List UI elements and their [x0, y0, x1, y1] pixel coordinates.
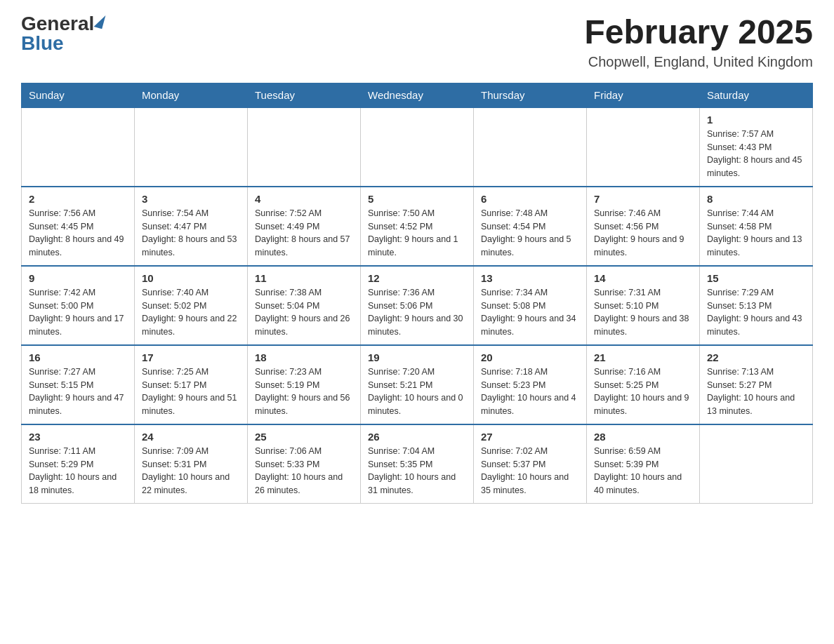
day-number: 3	[142, 193, 240, 205]
day-info: Sunrise: 7:36 AMSunset: 5:06 PMDaylight:…	[368, 286, 466, 339]
day-number: 9	[29, 272, 127, 284]
day-number: 2	[29, 193, 127, 205]
logo: General Blue	[21, 14, 104, 53]
calendar-cell: 27Sunrise: 7:02 AMSunset: 5:37 PMDayligh…	[474, 424, 587, 504]
calendar-table: SundayMondayTuesdayWednesdayThursdayFrid…	[21, 83, 813, 504]
calendar-cell: 24Sunrise: 7:09 AMSunset: 5:31 PMDayligh…	[135, 424, 248, 504]
calendar-cell: 13Sunrise: 7:34 AMSunset: 5:08 PMDayligh…	[474, 266, 587, 345]
day-number: 15	[707, 272, 805, 284]
day-number: 17	[142, 351, 240, 363]
day-info: Sunrise: 7:25 AMSunset: 5:17 PMDaylight:…	[142, 365, 240, 418]
day-info: Sunrise: 7:16 AMSunset: 5:25 PMDaylight:…	[594, 365, 692, 418]
calendar-cell	[700, 424, 813, 504]
day-info: Sunrise: 7:52 AMSunset: 4:49 PMDaylight:…	[255, 207, 353, 260]
calendar-cell: 17Sunrise: 7:25 AMSunset: 5:17 PMDayligh…	[135, 345, 248, 424]
calendar-cell: 23Sunrise: 7:11 AMSunset: 5:29 PMDayligh…	[22, 424, 135, 504]
day-info: Sunrise: 7:38 AMSunset: 5:04 PMDaylight:…	[255, 286, 353, 339]
calendar-cell	[248, 107, 361, 187]
day-info: Sunrise: 7:42 AMSunset: 5:00 PMDaylight:…	[29, 286, 127, 339]
day-info: Sunrise: 7:09 AMSunset: 5:31 PMDaylight:…	[142, 445, 240, 497]
title-block: February 2025 Chopwell, England, United …	[584, 14, 813, 70]
days-of-week-row: SundayMondayTuesdayWednesdayThursdayFrid…	[22, 83, 813, 107]
calendar-cell: 8Sunrise: 7:44 AMSunset: 4:58 PMDaylight…	[700, 187, 813, 266]
day-info: Sunrise: 7:57 AMSunset: 4:43 PMDaylight:…	[707, 128, 805, 180]
day-number: 8	[707, 193, 805, 205]
day-number: 11	[255, 272, 353, 284]
calendar-cell: 28Sunrise: 6:59 AMSunset: 5:39 PMDayligh…	[587, 424, 700, 504]
day-number: 12	[368, 272, 466, 284]
calendar-cell: 4Sunrise: 7:52 AMSunset: 4:49 PMDaylight…	[248, 187, 361, 266]
day-number: 18	[255, 351, 353, 363]
calendar-week-3: 9Sunrise: 7:42 AMSunset: 5:00 PMDaylight…	[22, 266, 813, 345]
calendar-header: SundayMondayTuesdayWednesdayThursdayFrid…	[22, 83, 813, 107]
day-info: Sunrise: 7:46 AMSunset: 4:56 PMDaylight:…	[594, 207, 692, 260]
day-info: Sunrise: 7:29 AMSunset: 5:13 PMDaylight:…	[707, 286, 805, 339]
day-number: 5	[368, 193, 466, 205]
day-number: 16	[29, 351, 127, 363]
calendar-cell	[22, 107, 135, 187]
calendar-cell: 7Sunrise: 7:46 AMSunset: 4:56 PMDaylight…	[587, 187, 700, 266]
calendar-cell: 9Sunrise: 7:42 AMSunset: 5:00 PMDaylight…	[22, 266, 135, 345]
day-info: Sunrise: 7:56 AMSunset: 4:45 PMDaylight:…	[29, 207, 127, 260]
day-of-week-tuesday: Tuesday	[248, 83, 361, 107]
day-number: 7	[594, 193, 692, 205]
calendar-cell: 21Sunrise: 7:16 AMSunset: 5:25 PMDayligh…	[587, 345, 700, 424]
day-number: 20	[481, 351, 579, 363]
day-info: Sunrise: 7:13 AMSunset: 5:27 PMDaylight:…	[707, 365, 805, 418]
day-number: 26	[368, 431, 466, 443]
calendar-cell	[587, 107, 700, 187]
calendar-cell	[135, 107, 248, 187]
day-info: Sunrise: 7:27 AMSunset: 5:15 PMDaylight:…	[29, 365, 127, 418]
day-of-week-sunday: Sunday	[22, 83, 135, 107]
calendar-cell	[361, 107, 474, 187]
day-info: Sunrise: 7:02 AMSunset: 5:37 PMDaylight:…	[481, 445, 579, 497]
day-info: Sunrise: 7:34 AMSunset: 5:08 PMDaylight:…	[481, 286, 579, 339]
calendar-cell: 16Sunrise: 7:27 AMSunset: 5:15 PMDayligh…	[22, 345, 135, 424]
day-of-week-monday: Monday	[135, 83, 248, 107]
calendar-cell: 12Sunrise: 7:36 AMSunset: 5:06 PMDayligh…	[361, 266, 474, 345]
logo-arrow-icon	[94, 13, 106, 29]
day-info: Sunrise: 7:23 AMSunset: 5:19 PMDaylight:…	[255, 365, 353, 418]
calendar-cell: 10Sunrise: 7:40 AMSunset: 5:02 PMDayligh…	[135, 266, 248, 345]
calendar-cell: 14Sunrise: 7:31 AMSunset: 5:10 PMDayligh…	[587, 266, 700, 345]
calendar-cell: 6Sunrise: 7:48 AMSunset: 4:54 PMDaylight…	[474, 187, 587, 266]
calendar-week-1: 1Sunrise: 7:57 AMSunset: 4:43 PMDaylight…	[22, 107, 813, 187]
day-number: 21	[594, 351, 692, 363]
calendar-cell: 5Sunrise: 7:50 AMSunset: 4:52 PMDaylight…	[361, 187, 474, 266]
day-number: 24	[142, 431, 240, 443]
day-of-week-wednesday: Wednesday	[361, 83, 474, 107]
day-info: Sunrise: 7:54 AMSunset: 4:47 PMDaylight:…	[142, 207, 240, 260]
day-number: 22	[707, 351, 805, 363]
calendar-cell: 18Sunrise: 7:23 AMSunset: 5:19 PMDayligh…	[248, 345, 361, 424]
day-number: 10	[142, 272, 240, 284]
day-info: Sunrise: 7:40 AMSunset: 5:02 PMDaylight:…	[142, 286, 240, 339]
calendar-week-5: 23Sunrise: 7:11 AMSunset: 5:29 PMDayligh…	[22, 424, 813, 504]
day-info: Sunrise: 7:31 AMSunset: 5:10 PMDaylight:…	[594, 286, 692, 339]
day-number: 19	[368, 351, 466, 363]
day-of-week-thursday: Thursday	[474, 83, 587, 107]
day-number: 25	[255, 431, 353, 443]
day-info: Sunrise: 7:11 AMSunset: 5:29 PMDaylight:…	[29, 445, 127, 497]
calendar-cell: 22Sunrise: 7:13 AMSunset: 5:27 PMDayligh…	[700, 345, 813, 424]
day-info: Sunrise: 7:06 AMSunset: 5:33 PMDaylight:…	[255, 445, 353, 497]
calendar-week-2: 2Sunrise: 7:56 AMSunset: 4:45 PMDaylight…	[22, 187, 813, 266]
day-of-week-saturday: Saturday	[700, 83, 813, 107]
page-header: General Blue February 2025 Chopwell, Eng…	[21, 14, 813, 70]
day-number: 28	[594, 431, 692, 443]
day-number: 27	[481, 431, 579, 443]
day-info: Sunrise: 6:59 AMSunset: 5:39 PMDaylight:…	[594, 445, 692, 497]
calendar-cell: 11Sunrise: 7:38 AMSunset: 5:04 PMDayligh…	[248, 266, 361, 345]
day-number: 1	[707, 114, 805, 126]
day-of-week-friday: Friday	[587, 83, 700, 107]
calendar-cell	[474, 107, 587, 187]
calendar-cell: 15Sunrise: 7:29 AMSunset: 5:13 PMDayligh…	[700, 266, 813, 345]
logo-general-text: General	[21, 14, 94, 34]
calendar-week-4: 16Sunrise: 7:27 AMSunset: 5:15 PMDayligh…	[22, 345, 813, 424]
day-number: 14	[594, 272, 692, 284]
calendar-cell: 1Sunrise: 7:57 AMSunset: 4:43 PMDaylight…	[700, 107, 813, 187]
calendar-cell: 26Sunrise: 7:04 AMSunset: 5:35 PMDayligh…	[361, 424, 474, 504]
day-number: 23	[29, 431, 127, 443]
month-title: February 2025	[584, 14, 813, 51]
location-subtitle: Chopwell, England, United Kingdom	[584, 54, 813, 70]
day-number: 4	[255, 193, 353, 205]
